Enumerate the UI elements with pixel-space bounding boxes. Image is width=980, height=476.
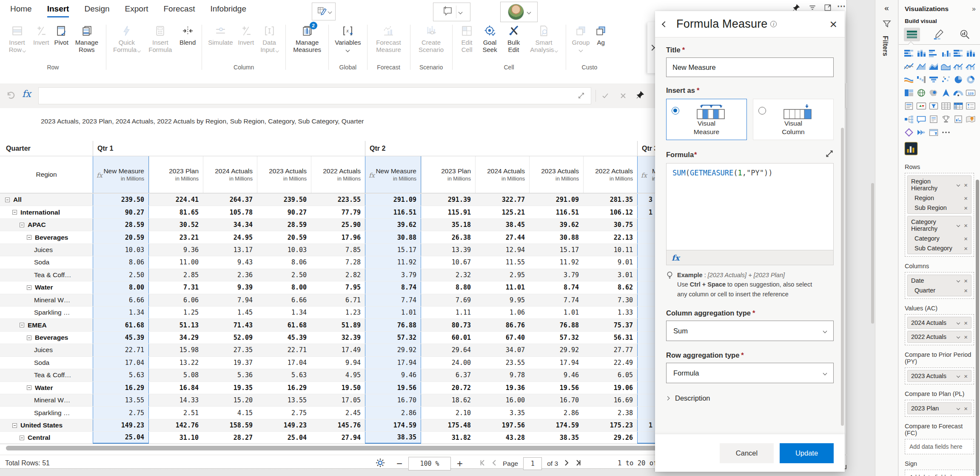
matrix-cell[interactable]: 2.10 — [421, 407, 475, 419]
remove-field-icon[interactable]: × — [964, 278, 968, 284]
matrix-cell[interactable]: 322.77 — [475, 194, 529, 206]
quarter-header-2[interactable]: Qtr 2 — [365, 141, 637, 156]
matrix-row-label[interactable]: International — [0, 206, 93, 218]
matrix-cell[interactable]: 2.86 — [365, 407, 421, 419]
matrix-row-label[interactable]: United States — [0, 419, 93, 431]
smart-narrative-icon[interactable] — [928, 115, 939, 124]
matrix-cell[interactable]: 27.35 — [203, 344, 257, 356]
field-card-header[interactable]: Category Hierarchy× — [908, 216, 971, 234]
matrix-cell[interactable]: 8.74 — [529, 281, 583, 293]
matrix-cell[interactable]: 11.92 — [365, 256, 421, 268]
ribbon-button-ag[interactable]: Ag — [592, 23, 610, 46]
matrix-cell[interactable]: 2.36 — [203, 269, 257, 281]
matrix-cell[interactable]: 27.94 — [311, 432, 365, 443]
matrix-cell[interactable]: 17.94 — [365, 357, 421, 369]
matrix-cell[interactable]: 29.92 — [529, 344, 583, 356]
matrix-cell[interactable]: 2.45 — [311, 407, 365, 419]
matrix-cell[interactable]: 9.95 — [475, 294, 529, 306]
matrix-cell[interactable]: 116.51 — [365, 206, 421, 218]
matrix-cell[interactable]: 23.21 — [149, 231, 203, 243]
matrix-cell[interactable]: 43.28 — [475, 432, 529, 443]
matrix-cell[interactable]: 16.00 — [475, 394, 529, 406]
100-stacked-area-chart-icon[interactable] — [940, 62, 952, 71]
matrix-cell[interactable]: 1.34 — [93, 307, 149, 318]
field-card-header[interactable]: Date× — [908, 275, 971, 286]
ribbon-button-invert[interactable]: Invert — [31, 23, 52, 46]
stacked-bar-chart-icon[interactable] — [903, 49, 914, 58]
ribbon-chart-icon[interactable] — [903, 75, 914, 84]
line-and-clustered-column-chart-icon[interactable] — [965, 62, 976, 71]
matrix-cell[interactable]: 239.50 — [257, 194, 311, 206]
matrix-cell[interactable]: 22.13 — [583, 231, 637, 243]
matrix-cell[interactable]: 223.55 — [311, 194, 365, 206]
matrix-cell[interactable]: 10.67 — [421, 256, 475, 268]
analytics-tab[interactable] — [957, 28, 973, 41]
matrix-cell[interactable]: 2.75 — [257, 407, 311, 419]
matrix-cell[interactable]: 1.01 — [365, 307, 421, 318]
matrix-cell[interactable]: 224.41 — [149, 194, 203, 206]
matrix-cell[interactable]: 7.28 — [311, 256, 365, 268]
matrix-cell[interactable]: 20.59 — [93, 231, 149, 243]
100-stacked-bar-chart-icon[interactable] — [953, 49, 964, 58]
next-page-icon[interactable] — [563, 459, 570, 468]
matrix-cell[interactable]: 61.68 — [93, 319, 149, 331]
matrix-cell[interactable]: 38.35 — [365, 432, 421, 443]
matrix-cell[interactable]: 61.68 — [257, 319, 311, 331]
ribbon-button-invert[interactable]: Invert — [236, 23, 257, 46]
ribbon-button-quick-formula[interactable]: Quick Formula — [110, 23, 144, 54]
matrix-cell[interactable]: 17.94 — [529, 357, 583, 369]
matrix-row-label[interactable]: Sparkling … — [0, 407, 93, 419]
matrix-row-label[interactable]: APAC — [0, 219, 93, 231]
field-card-category-hierarchy[interactable]: Category Hierarchy×Category×Sub Category… — [907, 216, 971, 254]
more-options-icon[interactable]: ⋯ — [837, 1, 846, 11]
matrix-cell[interactable]: 30.88 — [365, 231, 421, 243]
matrix-cell[interactable]: 77.79 — [311, 206, 365, 218]
column-header-2023-plan[interactable]: 2023 Planin Millions — [421, 156, 475, 193]
remove-field-icon[interactable]: × — [964, 334, 968, 340]
matrix-cell[interactable]: 3.35 — [475, 407, 529, 419]
matrix-cell[interactable]: 105.78 — [203, 206, 257, 218]
matrix-cell[interactable]: 8.00 — [257, 281, 311, 293]
more-visuals-icon[interactable] — [940, 128, 952, 137]
matrix-cell[interactable]: 34.29 — [149, 332, 203, 344]
matrix-cell[interactable]: 52.09 — [203, 332, 257, 344]
filled-map-icon[interactable] — [928, 88, 939, 97]
matrix-cell[interactable]: 7.74 — [529, 294, 583, 306]
comment-dropdown-icon[interactable] — [459, 10, 463, 14]
matrix-cell[interactable]: 16.29 — [93, 382, 149, 394]
matrix-cell[interactable]: 2.50 — [257, 269, 311, 281]
matrix-row-label[interactable]: Water — [0, 281, 93, 293]
tab-home[interactable]: Home — [10, 4, 32, 17]
matrix-cell[interactable]: 9.01 — [583, 256, 637, 268]
stacked-area-chart-icon[interactable] — [928, 62, 939, 71]
matrix-cell[interactable]: 27.77 — [583, 344, 637, 356]
quarter-header-1[interactable]: Qtr 1 — [93, 141, 365, 156]
ribbon-button-simulate[interactable]: Simulate — [205, 23, 235, 46]
collapse-toggle-icon[interactable] — [27, 235, 31, 240]
visual-column-option[interactable]: Visual Column — [753, 99, 834, 140]
matrix-cell[interactable]: 3.79 — [365, 269, 421, 281]
matrix-cell[interactable]: 28.59 — [93, 219, 149, 231]
column-header-2022-actuals[interactable]: 2022 Actualsin Millions — [583, 156, 637, 193]
matrix-cell[interactable]: 6.66 — [93, 294, 149, 306]
matrix-row-label[interactable]: Beverages — [0, 332, 93, 344]
measure-title-input[interactable]: New Measure — [666, 57, 834, 77]
zoom-level-input[interactable]: 100 % — [408, 457, 451, 470]
q-and-a-icon[interactable] — [916, 115, 927, 124]
expand-editor-icon[interactable] — [825, 149, 834, 160]
matrix-cell[interactable]: 5.63 — [93, 369, 149, 381]
matrix-cell[interactable]: 19.36 — [475, 382, 529, 394]
matrix-cell[interactable]: 1.25 — [149, 307, 203, 318]
matrix-cell[interactable]: 30.52 — [149, 219, 203, 231]
multi-row-card-icon[interactable] — [903, 101, 914, 111]
matrix-cell[interactable]: 7.69 — [421, 294, 475, 306]
ribbon-button-blend[interactable]: Blend — [177, 23, 198, 46]
matrix-cell[interactable]: 8.74 — [365, 281, 421, 293]
matrix-cell[interactable]: 29.26 — [583, 432, 637, 443]
matrix-cell[interactable]: 60.01 — [421, 332, 475, 344]
scatter-chart-icon[interactable] — [940, 75, 952, 84]
matrix-cell[interactable]: 13.55 — [93, 394, 149, 406]
ribbon-button-insert-formula[interactable]: Insert Formula — [144, 23, 177, 54]
page-number-input[interactable]: 1 — [523, 457, 542, 470]
matrix-cell[interactable]: 6.05 — [583, 369, 637, 381]
